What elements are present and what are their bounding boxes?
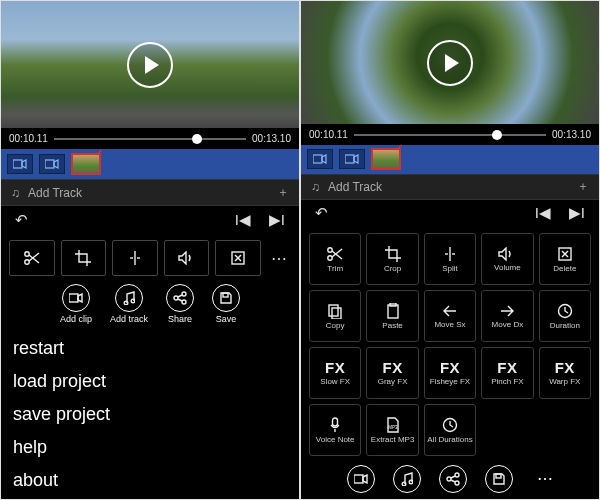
grid-label: Slow FX: [320, 377, 350, 386]
video-track[interactable]: [1, 149, 299, 179]
mp3-icon: MP3: [386, 417, 400, 433]
gray-fx-button[interactable]: FXGray FX: [366, 347, 418, 399]
grid-label: Crop: [384, 264, 401, 273]
share-button[interactable]: [439, 465, 467, 493]
menu-item-save-project[interactable]: save project: [13, 404, 287, 425]
move-sx-button[interactable]: Move Sx: [424, 290, 476, 342]
audio-track-row[interactable]: ♫ Add Track ＋: [1, 179, 299, 205]
video-preview[interactable]: [301, 1, 599, 124]
svg-line-48: [451, 480, 455, 482]
svg-rect-22: [345, 155, 354, 163]
scrubber-thumb[interactable]: [492, 130, 502, 140]
add-clip-button[interactable]: [347, 465, 375, 493]
left-icon: [442, 304, 458, 318]
delete-button[interactable]: Delete: [539, 233, 591, 285]
undo-icon[interactable]: ↶: [315, 204, 328, 222]
clip-thumbnail-selected[interactable]: [371, 148, 401, 170]
scrubber[interactable]: [54, 138, 246, 140]
volume-button[interactable]: Volume: [481, 233, 533, 285]
copy-icon: [327, 303, 343, 319]
play-button[interactable]: [127, 42, 173, 88]
pane-right: 00:10.11 00:13.10 ♫ Add Track ＋ ↶ I◀ ▶I …: [301, 1, 599, 499]
grid-label: Move Sx: [434, 320, 465, 329]
svg-rect-35: [388, 305, 398, 318]
svg-point-45: [447, 477, 451, 481]
svg-point-43: [409, 480, 413, 484]
add-track-plus-icon[interactable]: ＋: [277, 184, 289, 201]
svg-point-14: [131, 299, 135, 303]
split-button[interactable]: Split: [424, 233, 476, 285]
scrubber[interactable]: [354, 134, 546, 136]
more-icon[interactable]: ⋯: [267, 249, 291, 268]
scrubber-thumb[interactable]: [192, 134, 202, 144]
grid-label: Voice Note: [316, 435, 355, 444]
split-button[interactable]: [112, 240, 158, 276]
share-icon: [166, 284, 194, 312]
delete-button[interactable]: [215, 240, 261, 276]
add-track-button[interactable]: [393, 465, 421, 493]
svg-rect-41: [354, 475, 363, 483]
time-elapsed: 00:10.11: [309, 129, 348, 140]
add-track-label: Add Track: [28, 186, 82, 200]
add-track-label: Add Track: [328, 180, 382, 194]
menu-item-help[interactable]: help: [13, 437, 287, 458]
extract-mp3-button[interactable]: MP3Extract MP3: [366, 404, 418, 456]
crop-button[interactable]: [61, 240, 107, 276]
pinch-fx-button[interactable]: FXPinch FX: [481, 347, 533, 399]
fx-icon: FX: [440, 360, 460, 375]
svg-point-24: [328, 255, 332, 259]
add-track-button[interactable]: Add track: [110, 284, 148, 324]
undo-icon[interactable]: ↶: [15, 211, 28, 229]
grid-label: Move Dx: [492, 320, 524, 329]
camera-icon: [62, 284, 90, 312]
nav-row: ↶ I◀ ▶I: [1, 206, 299, 234]
play-button[interactable]: [427, 40, 473, 86]
svg-point-15: [182, 292, 186, 296]
crop-button[interactable]: Crop: [366, 233, 418, 285]
music-icon: [401, 472, 413, 486]
volume-button[interactable]: [164, 240, 210, 276]
trim-button[interactable]: Trim: [309, 233, 361, 285]
warp-fx-button[interactable]: FXWarp FX: [539, 347, 591, 399]
duration-button[interactable]: Duration: [539, 290, 591, 342]
next-clip-icon[interactable]: ▶I: [569, 204, 585, 222]
fisheye-fx-button[interactable]: FXFisheye FX: [424, 347, 476, 399]
fx-icon: FX: [325, 360, 345, 375]
time-elapsed: 00:10.11: [9, 133, 48, 144]
action-label: Add track: [110, 314, 148, 324]
more-icon[interactable]: ⋯: [537, 469, 553, 488]
prev-clip-icon[interactable]: I◀: [535, 204, 551, 222]
video-preview[interactable]: [1, 1, 299, 128]
svg-line-47: [451, 476, 455, 478]
menu-item-about[interactable]: about: [13, 470, 287, 491]
add-clip-button[interactable]: Add clip: [60, 284, 92, 324]
save-button[interactable]: [485, 465, 513, 493]
all-durations-button[interactable]: All Durations: [424, 404, 476, 456]
save-button[interactable]: Save: [212, 284, 240, 324]
voice-note-button[interactable]: Voice Note: [309, 404, 361, 456]
grid-label: Delete: [553, 264, 576, 273]
svg-line-18: [178, 295, 182, 297]
svg-point-42: [402, 482, 406, 486]
copy-button[interactable]: Copy: [309, 290, 361, 342]
audio-track-row[interactable]: ♫ Add Track ＋: [301, 174, 599, 200]
trim-button[interactable]: [9, 240, 55, 276]
clip-thumbnail-selected[interactable]: [71, 153, 101, 175]
share-button[interactable]: Share: [166, 284, 194, 324]
next-clip-icon[interactable]: ▶I: [269, 211, 285, 229]
add-track-plus-icon[interactable]: ＋: [577, 178, 589, 195]
video-track[interactable]: [301, 145, 599, 174]
svg-rect-20: [223, 293, 228, 297]
prev-clip-icon[interactable]: I◀: [235, 211, 251, 229]
scissors-icon: [326, 246, 344, 262]
paste-button[interactable]: Paste: [366, 290, 418, 342]
menu-item-restart[interactable]: restart: [13, 338, 287, 359]
slow-fx-button[interactable]: FXSlow FX: [309, 347, 361, 399]
music-note-icon: ♫: [311, 180, 320, 194]
crop-icon: [385, 246, 401, 262]
grid-label: All Durations: [427, 435, 472, 444]
move-dx-button[interactable]: Move Dx: [481, 290, 533, 342]
menu-item-load-project[interactable]: load project: [13, 371, 287, 392]
action-label: Add clip: [60, 314, 92, 324]
svg-rect-12: [69, 294, 78, 302]
